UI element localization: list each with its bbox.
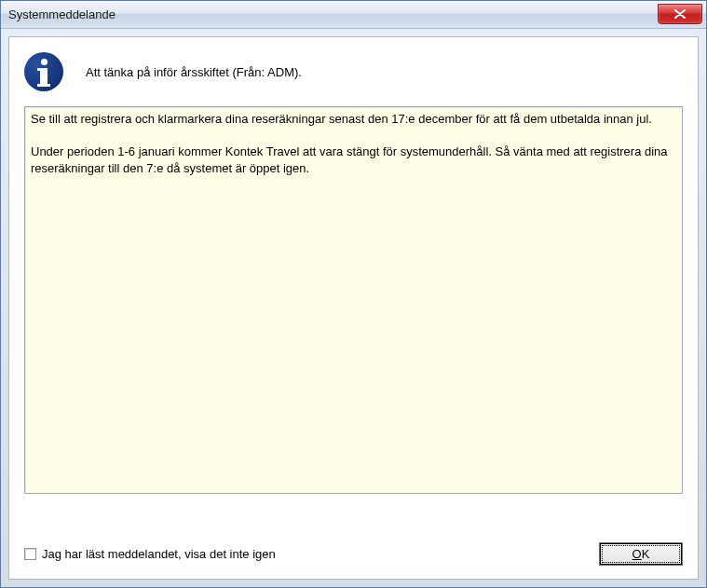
dialog-window: Systemmeddelande Att tänka på inför årss…: [0, 0, 707, 588]
titlebar: Systemmeddelande: [1, 1, 706, 29]
dialog-footer: Jag har läst meddelandet, visa det inte …: [24, 542, 683, 566]
client-area: Att tänka på inför årsskiftet (Från: ADM…: [8, 36, 699, 580]
dont-show-again-checkbox[interactable]: [24, 548, 36, 560]
dont-show-again-row[interactable]: Jag har läst meddelandet, visa det inte …: [24, 547, 276, 561]
ok-button[interactable]: OK: [599, 542, 683, 566]
window-title: Systemmeddelande: [8, 7, 116, 21]
message-header: Att tänka på inför årsskiftet (Från: ADM…: [24, 52, 683, 91]
info-icon: [24, 52, 63, 91]
ok-button-underline: O: [632, 547, 642, 561]
dont-show-again-label: Jag har läst meddelandet, visa det inte …: [42, 547, 276, 561]
ok-button-rest: K: [642, 547, 650, 561]
close-button[interactable]: [658, 4, 702, 24]
close-icon: [674, 9, 686, 19]
message-body[interactable]: Se till att registrera och klarmarkera d…: [24, 106, 683, 494]
message-title: Att tänka på inför årsskiftet (Från: ADM…: [86, 65, 302, 79]
